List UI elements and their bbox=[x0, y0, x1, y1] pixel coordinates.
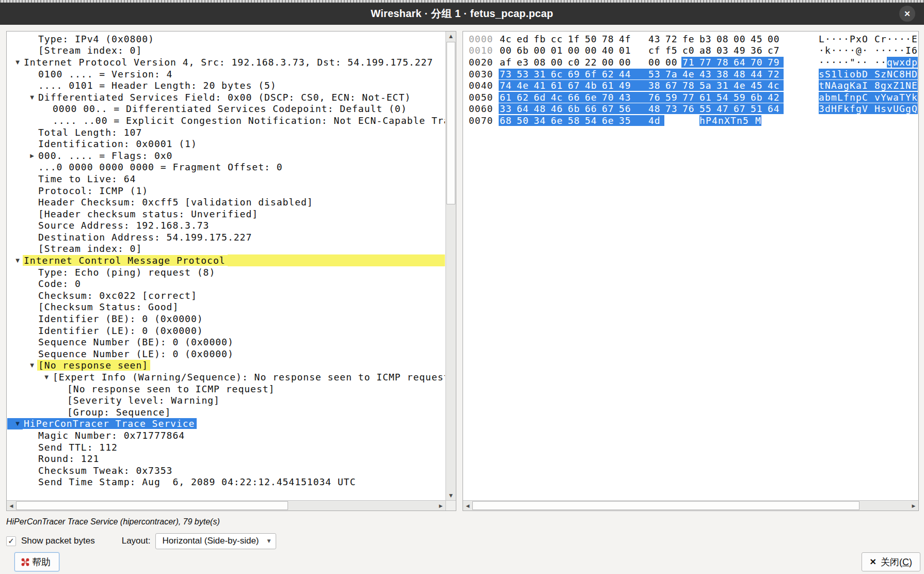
ascii-char[interactable]: n bbox=[718, 115, 724, 126]
ascii-char[interactable]: · bbox=[819, 57, 825, 68]
hex-byte[interactable]: b3 bbox=[698, 34, 715, 44]
ascii-char[interactable]: N bbox=[905, 80, 912, 91]
ascii-char[interactable]: H bbox=[831, 103, 837, 114]
ascii-char[interactable]: Z bbox=[893, 80, 899, 91]
tree-row[interactable]: ▼Internet Control Message Protocol bbox=[7, 254, 445, 266]
ascii-char[interactable]: d bbox=[905, 57, 912, 68]
tree-row[interactable]: ▼[No response seen] bbox=[7, 360, 445, 372]
scrollbar-thumb[interactable] bbox=[16, 501, 288, 510]
hex-byte[interactable]: 78 bbox=[715, 57, 732, 68]
hex-byte[interactable]: 01 bbox=[618, 45, 635, 56]
ascii-char[interactable]: N bbox=[887, 69, 893, 79]
ascii-char[interactable]: @ bbox=[856, 45, 862, 56]
scroll-left-icon[interactable]: ◀ bbox=[463, 501, 472, 511]
hex-byte[interactable]: 61 bbox=[601, 80, 618, 91]
ascii-char[interactable]: D bbox=[912, 69, 918, 79]
ascii-char[interactable]: · bbox=[850, 45, 856, 56]
tree-row[interactable]: ▶000. .... = Flags: 0x0 bbox=[7, 150, 445, 162]
ascii-char[interactable]: · bbox=[862, 57, 868, 68]
tree-row[interactable]: [Header checksum status: Unverified] bbox=[7, 208, 445, 220]
hex-byte[interactable]: a8 bbox=[698, 45, 715, 56]
hex-byte[interactable]: e3 bbox=[516, 57, 533, 68]
ascii-char[interactable]: · bbox=[887, 34, 893, 44]
ascii-char[interactable]: · bbox=[819, 45, 825, 56]
hex-byte[interactable]: 42 bbox=[767, 92, 784, 103]
hex-byte[interactable]: 4f bbox=[618, 34, 635, 44]
hex-byte[interactable]: 00 bbox=[635, 57, 664, 68]
hex-byte[interactable]: 59 bbox=[732, 92, 750, 103]
tree-row[interactable]: Round: 121 bbox=[7, 453, 445, 465]
show-packet-bytes-checkbox[interactable]: ✓ bbox=[6, 536, 16, 546]
hex-byte[interactable]: 76 bbox=[681, 103, 698, 114]
ascii-char[interactable]: D bbox=[862, 69, 868, 79]
ascii-char[interactable]: · bbox=[899, 34, 905, 44]
ascii-char[interactable]: v bbox=[874, 92, 881, 103]
hex-byte[interactable]: cf bbox=[635, 45, 664, 56]
tree-row[interactable]: Send Time Stamp: Aug 6, 2089 04:22:12.45… bbox=[7, 476, 445, 488]
scroll-up-icon[interactable]: ▲ bbox=[446, 31, 456, 41]
hex-byte[interactable]: 4e bbox=[516, 80, 533, 91]
ascii-char[interactable]: 8 bbox=[874, 80, 881, 91]
hex-byte[interactable]: 45 bbox=[750, 34, 767, 44]
ascii-char[interactable]: k bbox=[843, 103, 850, 114]
hex-byte[interactable]: 61 bbox=[698, 92, 715, 103]
ascii-char[interactable]: S bbox=[874, 69, 881, 79]
ascii-char[interactable]: M bbox=[755, 115, 761, 126]
hex-byte[interactable]: 62 bbox=[516, 92, 533, 103]
tree-row[interactable]: Type: IPv4 (0x0800) bbox=[7, 33, 445, 45]
hex-byte[interactable]: 00 bbox=[601, 57, 618, 68]
hex-byte[interactable]: 64 bbox=[516, 103, 533, 114]
hex-byte[interactable]: 50 bbox=[516, 115, 533, 126]
ascii-char[interactable]: n bbox=[737, 115, 743, 126]
ascii-char[interactable]: K bbox=[850, 80, 856, 91]
hex-byte[interactable]: 74 bbox=[499, 80, 516, 91]
hex-byte[interactable]: 4e bbox=[681, 69, 698, 79]
ascii-char[interactable]: · bbox=[899, 45, 905, 56]
hex-byte[interactable]: 77 bbox=[698, 57, 715, 68]
scrollbar-thumb[interactable] bbox=[447, 42, 455, 204]
ascii-char[interactable]: F bbox=[837, 103, 843, 114]
ascii-char[interactable]: " bbox=[850, 57, 856, 68]
hex-byte[interactable]: 64 bbox=[767, 103, 784, 114]
ascii-char[interactable]: T bbox=[899, 92, 905, 103]
ascii-char[interactable]: X bbox=[724, 115, 730, 126]
hex-byte[interactable]: 4d bbox=[635, 115, 664, 126]
ascii-char[interactable]: P bbox=[706, 115, 712, 126]
tree-row[interactable]: 0100 .... = Version: 4 bbox=[7, 68, 445, 80]
scroll-left-icon[interactable]: ◀ bbox=[7, 501, 16, 511]
ascii-char[interactable]: · bbox=[881, 57, 887, 68]
hex-byte[interactable]: 31 bbox=[533, 69, 550, 79]
ascii-char[interactable]: · bbox=[874, 45, 881, 56]
ascii-char[interactable]: Y bbox=[881, 92, 887, 103]
tree-row[interactable]: Total Length: 107 bbox=[7, 126, 445, 138]
ascii-char[interactable]: w bbox=[887, 92, 893, 103]
hex-byte[interactable]: 61 bbox=[499, 92, 516, 103]
hex-byte[interactable]: 6e bbox=[584, 92, 601, 103]
tree-row[interactable]: Header Checksum: 0xcff5 [validation disa… bbox=[7, 196, 445, 208]
ascii-char[interactable]: · bbox=[825, 57, 831, 68]
expand-arrow-icon[interactable]: ▼ bbox=[12, 254, 23, 266]
hex-byte[interactable]: 43 bbox=[635, 34, 664, 44]
ascii-char[interactable]: · bbox=[881, 45, 887, 56]
hex-byte[interactable]: 54 bbox=[715, 92, 732, 103]
ascii-char[interactable]: b bbox=[825, 92, 831, 103]
tree-row[interactable]: Identifier (LE): 0 (0x0000) bbox=[7, 325, 445, 337]
ascii-char[interactable]: 5 bbox=[743, 115, 749, 126]
ascii-char[interactable]: b bbox=[856, 69, 862, 79]
ascii-char[interactable]: A bbox=[831, 80, 837, 91]
hex-byte[interactable]: 7a bbox=[664, 69, 681, 79]
ascii-char[interactable]: H bbox=[874, 103, 881, 114]
hex-byte[interactable]: 48 bbox=[533, 103, 550, 114]
ascii-char[interactable]: C bbox=[893, 69, 899, 79]
hex-byte[interactable]: 64 bbox=[732, 57, 750, 68]
hex-byte[interactable]: 58 bbox=[567, 115, 584, 126]
tree-row[interactable]: Protocol: ICMP (1) bbox=[7, 185, 445, 197]
hex-byte[interactable]: 00 bbox=[664, 57, 681, 68]
ascii-char[interactable]: · bbox=[843, 34, 850, 44]
expand-arrow-icon[interactable]: ▼ bbox=[12, 56, 23, 68]
hex-byte[interactable]: 6f bbox=[584, 69, 601, 79]
ascii-char[interactable]: 4 bbox=[712, 115, 718, 126]
ascii-char[interactable]: · bbox=[831, 57, 837, 68]
hex-byte[interactable]: 49 bbox=[618, 80, 635, 91]
hex-byte[interactable]: 40 bbox=[601, 45, 618, 56]
